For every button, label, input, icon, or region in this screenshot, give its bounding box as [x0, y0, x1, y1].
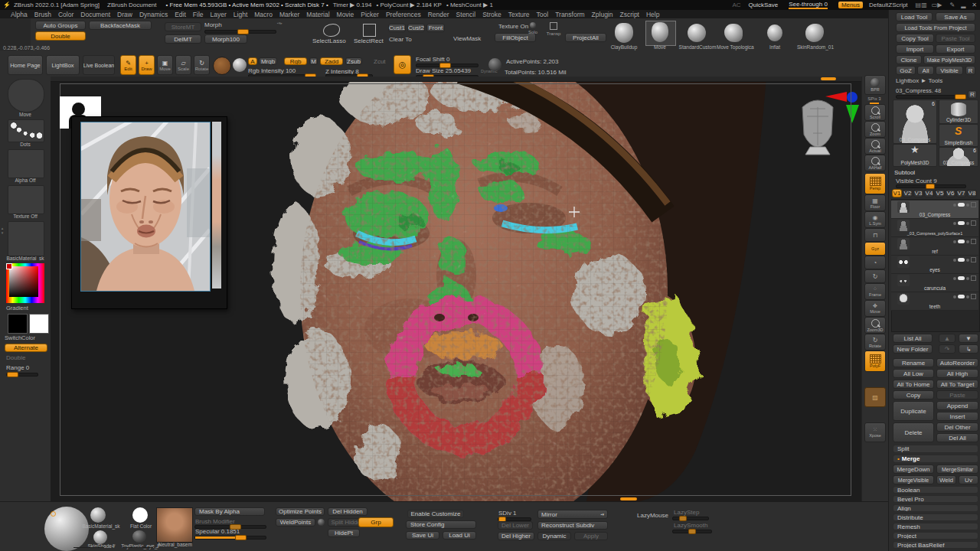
tray-alpha-off-thumb[interactable] — [8, 149, 44, 178]
menu-item[interactable]: Macro — [254, 11, 273, 18]
branch-arrow-button[interactable]: ↳ — [959, 344, 978, 354]
polypaint-toggle[interactable] — [966, 204, 969, 207]
hidept-button[interactable]: HidePt — [328, 529, 360, 537]
morph-slider-arrows-icon[interactable]: ▪▾▸ — [277, 21, 283, 25]
subtool-header[interactable]: Subtool — [894, 169, 915, 176]
tray-stroke-dots-thumb[interactable] — [8, 119, 44, 142]
rotate-button[interactable]: ↻Rotate — [194, 55, 210, 75]
new-folder-button[interactable]: New Folder — [893, 344, 933, 354]
color-swatch-circle[interactable] — [213, 57, 231, 75]
reconstruct-subdiv-button[interactable]: Reconstruct Subdiv — [537, 521, 608, 530]
project-all-button[interactable]: ProjectAll — [565, 33, 606, 42]
brush-move-icon[interactable] — [652, 22, 668, 42]
menu-item[interactable]: Layer — [211, 11, 227, 18]
brush-claybuildup-icon[interactable] — [615, 23, 633, 43]
paste-button[interactable]: Paste — [936, 390, 978, 399]
tab-v3[interactable]: V3 — [913, 189, 923, 197]
mrgb-button[interactable]: Mrgb — [259, 57, 277, 65]
menu-item[interactable]: Stroke — [482, 11, 501, 18]
move-up-button[interactable]: ▲ — [939, 334, 956, 343]
cust1-button[interactable]: Cust1 — [388, 24, 406, 32]
auto-reorder-button[interactable]: AutoReorder — [936, 358, 978, 367]
visible-count-slider[interactable] — [896, 184, 966, 188]
toyplastic-thumb[interactable] — [132, 530, 146, 543]
subtool-op-button[interactable]: Bevel Pro — [893, 495, 978, 503]
front-button[interactable]: Front — [426, 24, 445, 32]
weld-button[interactable]: Weld — [936, 475, 956, 484]
duplicate-button[interactable]: Duplicate — [893, 401, 934, 421]
append-button[interactable]: Append — [936, 401, 978, 410]
menu-item[interactable]: Color — [58, 11, 74, 18]
del-all-button[interactable]: Del All — [936, 433, 978, 442]
home-page-button[interactable]: Home Page — [8, 55, 43, 75]
edit-button[interactable]: ✎Edit — [120, 55, 136, 75]
split-section[interactable]: Split — [893, 445, 978, 453]
enable-customize-button[interactable]: Enable Customize — [407, 510, 464, 518]
tab-v1[interactable]: V1 — [892, 189, 902, 197]
m-button[interactable]: M — [309, 57, 318, 65]
visibility-toggle[interactable] — [958, 240, 965, 243]
minimize-icon[interactable]: ▂ — [961, 2, 965, 8]
move3d-button[interactable]: ✥Move — [864, 300, 886, 317]
menu-item[interactable]: Light — [234, 11, 247, 18]
merge-similar-button[interactable]: MergeSimilar — [936, 465, 978, 474]
backface-mask-button[interactable]: BackfaceMask — [89, 21, 152, 30]
menu-item[interactable]: Dynamics — [139, 11, 168, 18]
dynamic-subdiv-button[interactable]: Dynamic — [537, 532, 571, 540]
secondary-color-swatch[interactable] — [29, 314, 49, 334]
all-button[interactable]: All — [917, 66, 934, 75]
del-lower-button[interactable]: Del Lower — [498, 521, 533, 530]
frame-button[interactable]: ⁘Frame — [864, 283, 886, 300]
tray-texture-off-thumb[interactable] — [8, 185, 44, 214]
menu-item[interactable]: Draw — [117, 11, 132, 18]
subtool-row[interactable]: _03_Compress_polySurface1 — [891, 219, 978, 237]
see-through-slider[interactable]: See-through 0 — [789, 1, 828, 9]
grp-button[interactable]: Grp — [358, 517, 394, 527]
visibility-toggle[interactable] — [958, 258, 965, 262]
menu-item[interactable]: Tool — [537, 11, 549, 18]
tab-v4[interactable]: V4 — [924, 189, 934, 197]
merge-visible-button[interactable]: MergeVisible — [893, 475, 934, 484]
move-down-button[interactable]: ▼ — [959, 334, 978, 343]
solo-button[interactable]: Solo — [525, 22, 541, 32]
range-slider[interactable] — [6, 373, 38, 377]
canvas[interactable] — [51, 77, 861, 501]
menu-item[interactable]: Edit — [175, 11, 186, 18]
gradient-label[interactable]: Gradient — [6, 305, 44, 311]
visibility-toggle[interactable] — [958, 221, 965, 225]
pencil-icon[interactable]: ✎ — [949, 2, 955, 8]
delete-button[interactable]: Delete — [893, 422, 934, 442]
layout-icon[interactable]: ▤▥ — [916, 2, 927, 8]
subtool-op-button[interactable]: Boolean — [893, 486, 978, 494]
subtool-op-button[interactable]: Distribute — [893, 514, 978, 521]
visibility-toggle[interactable] — [958, 203, 965, 207]
move-button[interactable]: ▣Move — [157, 55, 173, 75]
menu-item[interactable]: Transform — [555, 11, 584, 18]
subtool-op-button[interactable]: Project — [893, 532, 978, 540]
floor-button[interactable]: ▦Floor — [864, 194, 886, 211]
tool-thumb-current[interactable]: 6 03_Compress — [893, 99, 937, 144]
subtool-row[interactable]: teeth — [891, 292, 978, 311]
brush-inflat-icon[interactable] — [767, 24, 782, 41]
spix-slider[interactable]: SPix 3 — [864, 95, 885, 104]
zsub-button[interactable]: Zsub — [345, 57, 362, 65]
import-button[interactable]: Import — [896, 44, 934, 54]
double-button[interactable]: Double — [35, 31, 86, 41]
paste-tool-button[interactable]: Paste Tool — [936, 34, 975, 43]
view-mask-button[interactable]: ViewMask — [453, 35, 481, 42]
draw-size-icon[interactable]: ◎ — [394, 55, 411, 74]
color-picker[interactable] — [6, 263, 44, 303]
menu-item[interactable]: Help — [646, 11, 659, 18]
subtool-row-selected[interactable]: 03_Compress — [891, 201, 978, 219]
brush-movetopological-icon[interactable] — [724, 24, 743, 42]
tab-v7[interactable]: V7 — [956, 189, 966, 197]
list-all-button[interactable]: List All — [893, 334, 933, 343]
load-tools-from-project-button[interactable]: Load Tools From Project — [896, 23, 975, 32]
active-tool-slider[interactable] — [896, 95, 966, 99]
skinshade-thumb[interactable] — [93, 530, 107, 544]
tab-v8[interactable]: V8 — [967, 189, 977, 197]
mask-by-alpha-button[interactable]: Mask By Alpha — [194, 507, 265, 516]
menu-item[interactable]: Texture — [508, 11, 530, 18]
reference-photo[interactable] — [80, 122, 211, 292]
subtool-op-button[interactable]: Align — [893, 504, 978, 512]
